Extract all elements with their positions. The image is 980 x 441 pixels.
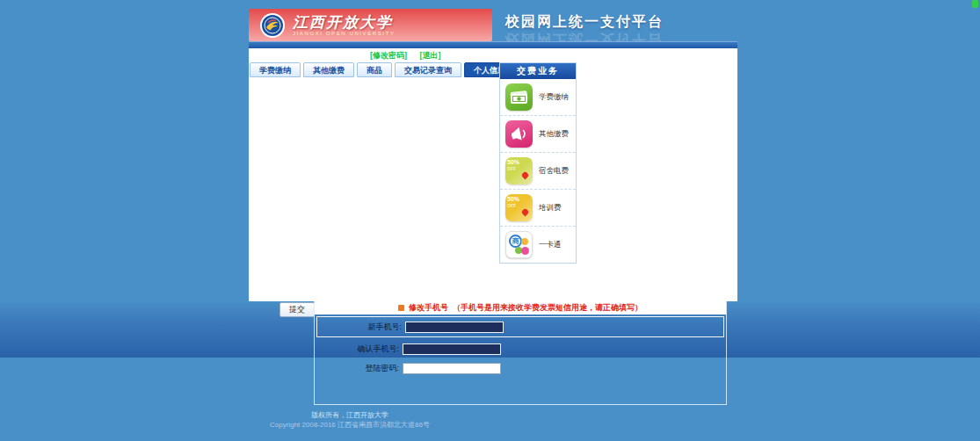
form-note: （手机号是用来接收学费发票短信用途，请正确填写）	[453, 302, 642, 314]
sidebar-item-dorm-electricity[interactable]: 50% OFF 宿舍电费	[500, 153, 576, 190]
new-phone-row-highlight: 新手机号:	[316, 316, 724, 337]
onecard-app-icon: 商	[505, 231, 533, 258]
form-header: 修改手机号 （手机号是用来接收学费发票短信用途，请正确填写）	[315, 301, 726, 314]
university-logo-icon	[259, 12, 286, 39]
sidebar-item-label: 宿舍电费	[539, 166, 569, 177]
login-password-label: 登陆密码:	[315, 363, 399, 374]
tab-bar: 学费缴纳 其他缴费 商品 交易记录查询 个人信息	[250, 62, 515, 77]
account-links: [修改密码] [退出]	[370, 50, 452, 61]
new-phone-input[interactable]	[405, 322, 504, 333]
payment-services-panel: 交费业务 学费缴纳	[499, 62, 577, 264]
change-password-link[interactable]: [修改密码]	[370, 51, 407, 60]
megaphone-icon	[505, 120, 533, 148]
logout-link[interactable]: [退出]	[420, 51, 441, 60]
discount-50-map-icon: 50% OFF	[505, 157, 533, 184]
map-pin-icon	[521, 208, 530, 217]
orange-alert-icon	[398, 305, 404, 311]
payment-services-header: 交费业务	[500, 63, 576, 79]
decor-dot	[521, 238, 528, 245]
content-column: 江西开放大学 JIANGXI OPEN UNIVERSITY 校园网上统一支付平…	[249, 9, 737, 301]
sidebar-item-onecard[interactable]: 商 一卡通	[500, 227, 576, 263]
copyright-line1: 版权所有，江西开放大学	[244, 410, 455, 420]
cash-icon	[505, 83, 533, 111]
sidebar-item-label: 培训费	[539, 203, 562, 213]
map-pin-icon	[521, 171, 530, 180]
sidebar-item-tuition[interactable]: 学费缴纳	[500, 79, 576, 116]
confirm-phone-input[interactable]	[403, 343, 501, 355]
sidebar-item-label: 一卡通	[539, 240, 562, 250]
university-banner: 江西开放大学 JIANGXI OPEN UNIVERSITY	[249, 9, 492, 41]
change-phone-form: 修改手机号 （手机号是用来接收学费发票短信用途，请正确填写） 新手机号: 确认手…	[314, 300, 727, 405]
confirm-phone-row: 确认手机号:	[315, 342, 726, 356]
platform-title: 校园网上统一支付平台	[505, 13, 734, 32]
decor-dot	[521, 247, 529, 255]
sidebar-item-other-fees[interactable]: 其他缴费	[500, 116, 576, 153]
tab-other-fees[interactable]: 其他缴费	[303, 62, 354, 77]
badge-50-percent: 50%	[507, 159, 519, 165]
sidebar-item-label: 其他缴费	[539, 129, 569, 140]
login-password-row: 登陆密码:	[315, 361, 726, 375]
copyright-line2: Copyright 2008-2016 江西省南昌市洪都北大道86号	[244, 420, 455, 430]
header-divider-bar	[249, 41, 737, 48]
shang-character-glyph: 商	[509, 235, 522, 248]
sidebar-item-training-fee[interactable]: 50% OFF 培训费	[500, 190, 576, 227]
badge-50-percent: 50%	[507, 196, 519, 202]
submit-button[interactable]: 提交	[279, 302, 315, 317]
page: 江西开放大学 JIANGXI OPEN UNIVERSITY 校园网上统一支付平…	[0, 0, 980, 441]
tab-tuition-payment[interactable]: 学费缴纳	[250, 62, 301, 77]
new-phone-label: 新手机号:	[317, 322, 402, 333]
tab-transaction-query[interactable]: 交易记录查询	[395, 62, 461, 77]
university-name-block: 江西开放大学 JIANGXI OPEN UNIVERSITY	[293, 15, 395, 36]
university-name-en: JIANGXI OPEN UNIVERSITY	[293, 31, 395, 36]
badge-off: OFF	[507, 203, 516, 208]
confirm-phone-label: 确认手机号:	[315, 343, 399, 355]
login-password-input[interactable]	[403, 363, 501, 374]
footer: 版权所有，江西开放大学 Copyright 2008-2016 江西省南昌市洪都…	[244, 410, 455, 430]
form-title: 修改手机号	[409, 302, 448, 314]
main-panel: [修改密码] [退出] 学费缴纳 其他缴费 商品 交易记录查询 个人信息 交费业…	[249, 48, 737, 301]
scrollbar-thumb[interactable]	[972, 0, 978, 8]
sidebar-item-label: 学费缴纳	[539, 92, 569, 103]
new-phone-row: 新手机号:	[317, 320, 723, 334]
university-name-cn: 江西开放大学	[293, 15, 395, 31]
badge-off: OFF	[507, 166, 516, 171]
tab-goods[interactable]: 商品	[357, 62, 392, 77]
discount-50-pin-icon: 50% OFF	[505, 194, 533, 221]
